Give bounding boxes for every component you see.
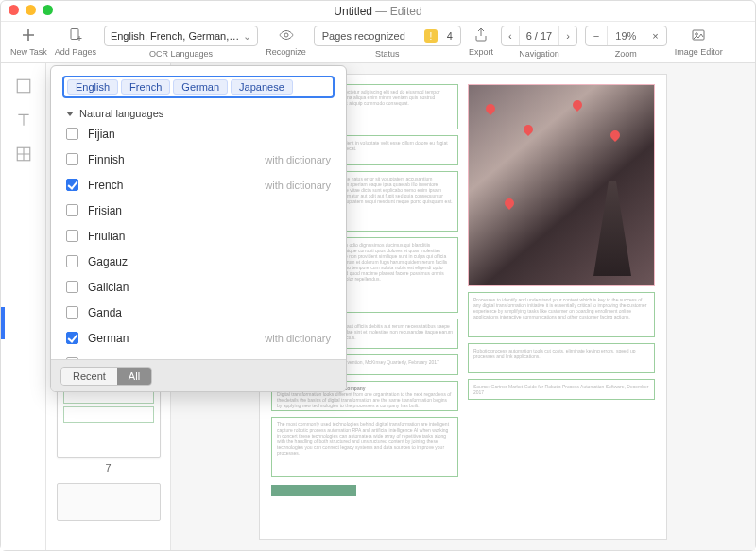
svg-rect-4: [17, 79, 30, 93]
content-area: Robotic Process Automation — A Driving F…: [1, 63, 755, 550]
language-row[interactable]: Frenchwith dictionary: [51, 172, 346, 198]
recognize-button[interactable]: Recognize: [266, 26, 306, 57]
filter-recent-button[interactable]: Recent: [61, 368, 117, 385]
chevron-down-icon: [66, 112, 74, 116]
image-editor-button[interactable]: Image Editor: [675, 26, 723, 57]
prev-page-button[interactable]: ‹: [502, 26, 519, 45]
share-icon: [469, 26, 493, 44]
checkbox[interactable]: [66, 255, 78, 267]
article-image: [469, 85, 654, 285]
toolbar: New Task Add Pages English, French, Germ…: [1, 22, 755, 63]
close-icon[interactable]: [9, 5, 19, 15]
language-name: Frisian: [88, 204, 122, 217]
language-name: German: [88, 332, 129, 345]
svg-point-3: [696, 33, 698, 36]
language-name: Gagauz: [88, 255, 128, 268]
language-token[interactable]: English: [67, 79, 118, 95]
language-list[interactable]: FijianFinnishwith dictionaryFrenchwith d…: [51, 121, 346, 359]
language-name: French: [88, 179, 123, 192]
window-controls: [9, 5, 53, 15]
ocr-languages-group: English, French, German,… ⌄ OCR Language…: [104, 26, 258, 59]
language-name: Ganda: [88, 306, 122, 319]
plus-icon: [16, 26, 41, 44]
map-pin-icon: [599, 231, 612, 244]
zoom-icon[interactable]: [43, 5, 53, 15]
export-button[interactable]: Export: [469, 26, 493, 57]
language-name: Galician: [88, 281, 129, 294]
minimize-icon[interactable]: [26, 5, 36, 15]
language-row[interactable]: German (Luxembourg): [51, 351, 346, 359]
new-task-button[interactable]: New Task: [10, 26, 47, 57]
language-row[interactable]: Fijian: [51, 121, 346, 146]
filter-all-button[interactable]: All: [117, 368, 151, 385]
window-title: Untitled — Edited: [334, 5, 421, 18]
title-text: Untitled: [334, 5, 372, 18]
language-section-header[interactable]: Natural languages: [51, 104, 346, 121]
language-row[interactable]: Finnishwith dictionary: [51, 146, 346, 172]
tool-text[interactable]: [9, 105, 39, 135]
zoom-value[interactable]: 19%: [607, 26, 644, 45]
language-row[interactable]: Galician: [51, 274, 346, 300]
checkbox[interactable]: [66, 281, 78, 293]
ocr-languages-dropdown[interactable]: English, French, German,… ⌄: [104, 26, 258, 46]
map-pin-icon: [609, 129, 622, 142]
dictionary-label: with dictionary: [265, 154, 331, 165]
thumbnail-page-number: 7: [52, 462, 164, 474]
page-plus-icon: [63, 26, 88, 44]
language-name: German (Luxembourg): [88, 357, 202, 360]
filter-segment[interactable]: Recent All: [60, 367, 152, 386]
zoom-out-button[interactable]: −: [586, 26, 607, 45]
zoom-reset-button[interactable]: ×: [644, 26, 665, 45]
text-region[interactable]: Source: Gartner Market Guide for Robotic…: [468, 379, 655, 400]
language-popover-footer: Recent All: [51, 359, 346, 391]
language-token-field[interactable]: English French German Japanese: [62, 76, 335, 98]
page-navigator[interactable]: ‹ 6 / 17 ›: [501, 26, 577, 46]
checkbox[interactable]: [66, 230, 78, 242]
navigation-group: ‹ 6 / 17 › Navigation: [501, 26, 577, 59]
add-pages-button[interactable]: Add Pages: [55, 26, 96, 57]
language-token[interactable]: German: [173, 79, 228, 95]
svg-rect-0: [71, 29, 78, 40]
language-row[interactable]: Gagauz: [51, 249, 346, 274]
chevron-down-icon: ⌄: [243, 30, 251, 43]
warning-count: 4: [447, 30, 453, 42]
image-editor-icon: [686, 26, 711, 44]
text-region[interactable]: Robotic process automation tools cut cos…: [468, 343, 655, 373]
language-token[interactable]: Japanese: [231, 79, 293, 95]
language-name: Finnish: [88, 153, 125, 166]
title-bar: Untitled — Edited: [1, 1, 755, 22]
checkbox[interactable]: [66, 332, 78, 344]
tool-pointer[interactable]: [9, 71, 39, 101]
language-token[interactable]: French: [121, 79, 170, 95]
page-footer-bar: [271, 485, 356, 496]
language-row[interactable]: Ganda: [51, 300, 346, 325]
app-window: Untitled — Edited New Task Add Pages Eng…: [0, 0, 756, 551]
image-region[interactable]: [468, 84, 655, 286]
next-page-button[interactable]: ›: [558, 26, 576, 45]
text-region[interactable]: Processes to identify and understand you…: [468, 292, 655, 337]
checkbox[interactable]: [66, 128, 78, 140]
page-indicator[interactable]: 6 / 17: [519, 26, 559, 45]
language-row[interactable]: Frisian: [51, 198, 346, 223]
zoom-control[interactable]: − 19% ×: [585, 26, 667, 46]
status-text: Pages recognized: [322, 30, 405, 42]
checkbox[interactable]: [66, 357, 78, 359]
language-row[interactable]: Germanwith dictionary: [51, 325, 346, 351]
language-row[interactable]: Friulian: [51, 223, 346, 249]
svg-point-1: [284, 33, 288, 37]
checkbox[interactable]: [66, 179, 78, 191]
map-pin-icon: [503, 197, 516, 210]
title-edited: — Edited: [375, 5, 421, 18]
language-name: Fijian: [88, 128, 115, 141]
checkbox[interactable]: [66, 204, 78, 216]
status-pill[interactable]: Pages recognized ! 4: [314, 26, 461, 46]
tool-table[interactable]: [9, 139, 39, 169]
map-pin-icon: [522, 123, 535, 136]
map-pin-icon: [571, 98, 584, 112]
checkbox[interactable]: [66, 153, 78, 165]
checkbox[interactable]: [66, 306, 78, 319]
text-region[interactable]: The most commonly used technologies behi…: [271, 417, 458, 477]
zoom-group: − 19% × Zoom: [585, 26, 667, 59]
thumbnail-page-8[interactable]: [57, 483, 161, 521]
dictionary-label: with dictionary: [265, 333, 331, 344]
